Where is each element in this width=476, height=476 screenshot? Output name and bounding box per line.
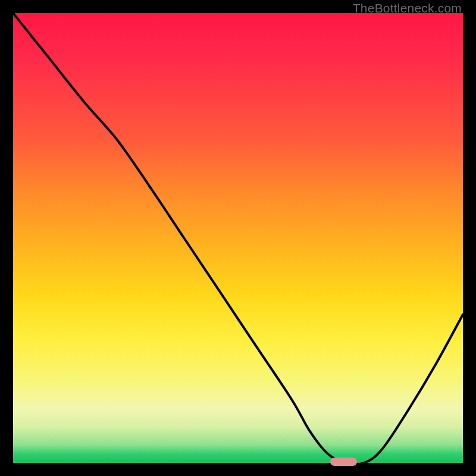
bottleneck-curve [13,13,463,464]
chart-overlay [13,13,463,463]
chart-frame: TheBottleneck.com [0,0,476,476]
optimal-range-marker [330,458,357,466]
